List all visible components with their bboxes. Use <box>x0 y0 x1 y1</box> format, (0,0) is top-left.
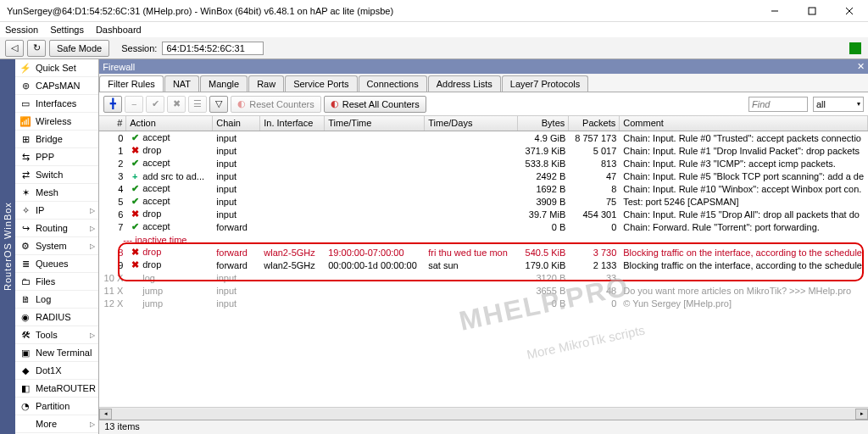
col-action[interactable]: Action <box>126 116 213 131</box>
tab-mangle[interactable]: Mangle <box>200 75 248 92</box>
action-icon: ✔ <box>130 196 140 207</box>
sidebar-item-label: RADIUS <box>36 312 71 322</box>
tab-raw[interactable]: Raw <box>248 75 284 92</box>
table-row[interactable]: 8✖dropforwardwlan2-5GHz19:00:00-07:00:00… <box>99 246 868 259</box>
reset-counters-button[interactable]: ◐Reset Counters <box>231 96 320 113</box>
safemode-button[interactable]: Safe Mode <box>49 40 109 57</box>
sidebar-item-quick-set[interactable]: ⚡Quick Set <box>15 59 98 77</box>
sidebar-item-system[interactable]: ⚙System▷ <box>15 237 98 255</box>
sidebar-item-switch[interactable]: ⇄Switch <box>15 166 98 184</box>
add-button[interactable]: ╋ <box>103 96 122 113</box>
sidebar-item-wireless[interactable]: 📶Wireless <box>15 113 98 131</box>
sidebar-item-partition[interactable]: ◔Partition <box>15 398 98 415</box>
find-input[interactable] <box>748 97 808 112</box>
sidebar-item-ip[interactable]: ✧IP▷ <box>15 202 98 220</box>
sidebar-item-label: Bridge <box>36 134 63 144</box>
maximize-button[interactable] <box>793 0 831 22</box>
tab-layer7-protocols[interactable]: Layer7 Protocols <box>502 75 589 92</box>
table-row[interactable]: 9✖dropforwardwlan2-5GHz00:00:00-1d 00:00… <box>99 259 868 271</box>
h-scrollbar[interactable]: ◂▸ <box>99 407 868 420</box>
content-panel: Firewall ✕ Filter RulesNATMangleRawServi… <box>99 59 868 434</box>
redo-button[interactable]: ↻ <box>27 40 46 57</box>
chevron-right-icon: ▷ <box>90 331 95 339</box>
session-value: 64:D1:54:52:6C:31 <box>162 42 264 55</box>
reset-all-label: Reset All Counters <box>342 99 420 109</box>
window-title: YunSergey@64:D1:54:52:6C:31 (MHelp.pro) … <box>0 6 756 16</box>
disable-button[interactable]: ✖ <box>167 96 186 113</box>
table-row[interactable]: 3+add src to ad...input2492 B47Chain: In… <box>99 170 868 182</box>
table-row[interactable]: 11 Xjumpinput3655 B48Do you want more ar… <box>99 284 868 297</box>
action-icon: + <box>130 171 140 181</box>
tab-filter-rules[interactable]: Filter Rules <box>99 75 164 92</box>
col-comment[interactable]: Comment <box>620 116 868 131</box>
tab-nat[interactable]: NAT <box>164 75 199 92</box>
sidebar-item-label: MetaROUTER <box>36 383 96 393</box>
sidebar-icon: 🗀 <box>19 275 31 287</box>
table-row[interactable]: 12 Xjumpinput0 B0© Yun Sergey [MHelp.pro… <box>99 297 868 309</box>
col-num[interactable]: # <box>99 116 126 131</box>
sidebar-item-log[interactable]: 🗎Log <box>15 291 98 309</box>
back-button[interactable]: ◁ <box>5 40 24 57</box>
sidebar-item-ppp[interactable]: ⇆PPP <box>15 148 98 166</box>
sidebar-item-new-terminal[interactable]: ▣New Terminal <box>15 344 98 362</box>
safemode-label: Safe Mode <box>57 43 102 53</box>
sidebar-item-metarouter[interactable]: ◧MetaROUTER <box>15 380 98 398</box>
sidebar-item-label: PPP <box>36 152 54 162</box>
sidebar-item-bridge[interactable]: ⊞Bridge <box>15 131 98 148</box>
sidebar-icon: ⇄ <box>19 169 31 181</box>
sidebar-item-mesh[interactable]: ✶Mesh <box>15 184 98 202</box>
sidebar-item-routing[interactable]: ↪Routing▷ <box>15 220 98 237</box>
col-interface[interactable]: In. Interface <box>260 116 325 131</box>
col-chain[interactable]: Chain <box>213 116 260 131</box>
action-icon: ✔ <box>130 158 140 169</box>
sidebar: ⚡Quick Set⊚CAPsMAN▭Interfaces📶Wireless⊞B… <box>15 59 99 434</box>
grid-body: 0✔acceptinput4.9 GiB8 757 173Chain: Inpu… <box>99 131 868 407</box>
table-row[interactable]: 0✔acceptinput4.9 GiB8 757 173Chain: Inpu… <box>99 131 868 144</box>
sidebar-item-more[interactable]: More▷ <box>15 415 98 433</box>
sidebar-item-label: System <box>36 241 67 251</box>
sidebar-icon: 📶 <box>19 115 31 127</box>
sidebar-icon: ▣ <box>19 347 31 359</box>
tab-service-ports[interactable]: Service Ports <box>285 75 357 92</box>
close-button[interactable] <box>831 0 868 22</box>
sidebar-item-queues[interactable]: ≣Queues <box>15 255 98 273</box>
reset-counters-label: Reset Counters <box>249 99 314 109</box>
comment-button[interactable]: ☰ <box>188 96 207 113</box>
tab-address-lists[interactable]: Address Lists <box>428 75 501 92</box>
minimize-button[interactable] <box>756 0 793 22</box>
table-row[interactable]: 1✖dropinput371.9 KiB5 017Chain: Input. R… <box>99 144 868 157</box>
col-bytes[interactable]: Bytes <box>518 116 569 131</box>
reset-all-counters-button[interactable]: ◐Reset All Counters <box>324 96 426 113</box>
col-time[interactable]: Time/Time <box>325 116 425 131</box>
col-packets[interactable]: Packets <box>569 116 620 131</box>
filter-button[interactable]: ▽ <box>209 96 228 113</box>
tab-connections[interactable]: Connections <box>359 75 427 92</box>
table-row[interactable]: 5✔acceptinput3909 B75Test: port 5246 [CA… <box>99 195 868 208</box>
table-row[interactable]: 10 Xloginput3120 B33 <box>99 271 868 284</box>
sidebar-item-radius[interactable]: ◉RADIUS <box>15 309 98 326</box>
panel-close-icon[interactable]: ✕ <box>857 61 865 72</box>
menu-dashboard[interactable]: Dashboard <box>96 25 142 35</box>
sidebar-icon: ✶ <box>19 186 31 198</box>
sidebar-item-label: Log <box>36 294 51 304</box>
menu-settings[interactable]: Settings <box>50 25 84 35</box>
panel-title: Firewall <box>103 62 135 72</box>
statusbar: 13 items <box>99 420 868 434</box>
table-row[interactable]: 7✔acceptforward0 B0Chain: Forward. Rule … <box>99 220 868 233</box>
col-days[interactable]: Time/Days <box>425 116 518 131</box>
sidebar-item-interfaces[interactable]: ▭Interfaces <box>15 95 98 113</box>
table-row[interactable]: 2✔acceptinput533.8 KiB813Chain: Input. R… <box>99 157 868 170</box>
sidebar-item-capsman[interactable]: ⊚CAPsMAN <box>15 77 98 95</box>
menu-session[interactable]: Session <box>5 25 38 35</box>
sidebar-item-label: Quick Set <box>36 63 76 73</box>
sidebar-item-files[interactable]: 🗀Files <box>15 273 98 291</box>
table-row[interactable]: 6✖dropinput39.7 MiB454 301Chain: Input. … <box>99 208 868 220</box>
enable-button[interactable]: ✔ <box>146 96 164 113</box>
remove-button[interactable]: − <box>125 96 143 113</box>
sidebar-item-dot1x[interactable]: ◆Dot1X <box>15 362 98 380</box>
table-row[interactable]: 4✔acceptinput1692 B8Chain: Input. Rule #… <box>99 182 868 195</box>
chevron-down-icon: ▾ <box>857 100 860 108</box>
filter-dropdown[interactable]: all▾ <box>813 97 864 112</box>
sidebar-item-tools[interactable]: 🛠Tools▷ <box>15 326 98 344</box>
tabs: Filter RulesNATMangleRawService PortsCon… <box>99 74 868 92</box>
